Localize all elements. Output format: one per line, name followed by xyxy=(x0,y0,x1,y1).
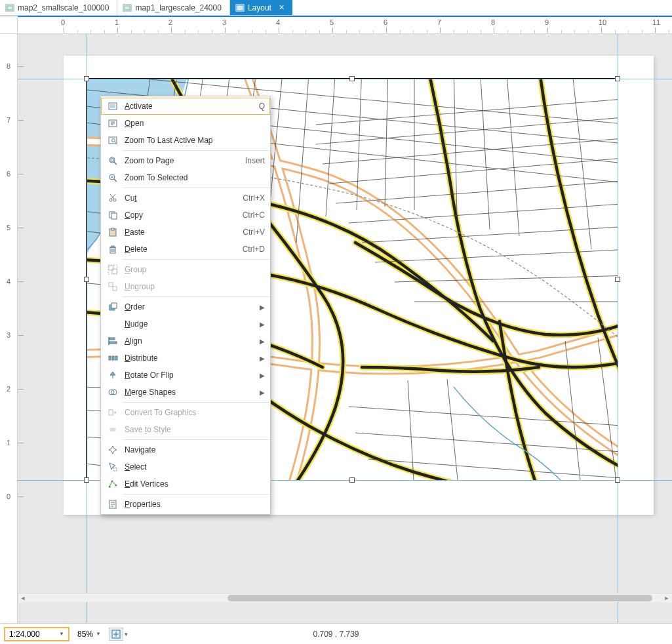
svg-rect-33 xyxy=(109,266,113,270)
cursor-coordinates: 0.709 , 7.739 xyxy=(313,630,359,639)
ungroup-icon xyxy=(106,281,119,292)
zoom-page-icon xyxy=(106,155,119,167)
order-icon xyxy=(106,301,119,313)
layout-icon xyxy=(235,3,245,12)
menu-item-open[interactable]: Open xyxy=(101,115,270,132)
menu-item-label: Align xyxy=(125,336,260,346)
menu-item-order[interactable]: Order▶ xyxy=(101,298,270,315)
menu-item-activate[interactable]: ActivateQ xyxy=(101,98,270,115)
ruler-tick: 10 xyxy=(599,18,606,26)
tab-label: map1_largescale_24000 xyxy=(135,3,221,12)
menu-item-label: Zoom To Last Active Map xyxy=(125,136,265,145)
menu-shortcut: Ctrl+D xyxy=(243,245,265,254)
map-scale-value: 1:24,000 xyxy=(9,630,40,639)
menu-shortcut: Insert xyxy=(245,156,265,165)
menu-item-navigate[interactable]: Navigate xyxy=(101,441,270,458)
ruler-tick: 3 xyxy=(222,18,226,26)
svg-rect-24 xyxy=(111,213,117,219)
open-icon xyxy=(106,117,119,129)
menu-item-label: Paste xyxy=(125,228,243,237)
selection-handle[interactable] xyxy=(615,76,620,81)
document-tabs: map2_smallscale_100000map1_largescale_24… xyxy=(0,0,672,16)
layout-guide-horizontal[interactable] xyxy=(18,79,672,79)
selection-handle[interactable] xyxy=(84,277,89,282)
tab-map1-largescale-24000[interactable]: map1_largescale_24000 xyxy=(117,0,229,15)
menu-item-zoom-to-page[interactable]: Zoom to PageInsert xyxy=(101,152,270,169)
tab-layout[interactable]: Layout✕ xyxy=(230,0,292,15)
menu-item-label: Zoom to Page xyxy=(125,156,245,165)
menu-shortcut: Ctrl+V xyxy=(243,228,265,237)
horizontal-scrollbar[interactable]: ◄ ► xyxy=(18,593,672,602)
menu-item-zoom-to-last-active-map[interactable]: Zoom To Last Active Map xyxy=(101,132,270,149)
scroll-thumb[interactable] xyxy=(227,595,652,601)
menu-item-label: Activate xyxy=(125,102,259,111)
menu-item-label: Convert To Graphics xyxy=(125,408,265,417)
menu-separator xyxy=(123,402,270,403)
selection-handle[interactable] xyxy=(84,76,89,81)
menu-item-delete[interactable]: DeleteCtrl+D xyxy=(101,241,270,258)
svg-rect-15 xyxy=(111,159,113,161)
chevron-right-icon: ▶ xyxy=(260,389,265,396)
selection-handle[interactable] xyxy=(349,477,355,483)
paste-icon xyxy=(106,226,119,238)
scroll-left-button[interactable]: ◄ xyxy=(18,594,28,603)
menu-item-convert-to-graphics: Convert To Graphics xyxy=(101,404,270,421)
ruler-tick: 3 xyxy=(7,331,10,339)
snap-mode-button[interactable] xyxy=(109,628,123,641)
tab-map2-smallscale-100000[interactable]: map2_smallscale_100000 xyxy=(0,0,117,15)
selection-handle[interactable] xyxy=(615,477,620,483)
menu-separator xyxy=(123,259,270,260)
ruler-tick: 7 xyxy=(437,18,441,26)
menu-item-distribute[interactable]: Distribute▶ xyxy=(101,350,270,367)
menu-item-copy[interactable]: CopyCtrl+C xyxy=(101,207,270,224)
layout-guide-vertical[interactable] xyxy=(87,34,87,623)
menu-item-label: Save to Style xyxy=(125,425,265,434)
scroll-right-button[interactable]: ► xyxy=(662,594,672,603)
menu-item-merge-shapes[interactable]: Merge Shapes▶ xyxy=(101,384,270,401)
menu-item-label: Delete xyxy=(125,245,243,254)
menu-item-label: Open xyxy=(125,119,265,128)
svg-rect-54 xyxy=(111,481,113,483)
menu-item-align[interactable]: Align▶ xyxy=(101,332,270,350)
menu-item-label: Ungroup xyxy=(125,282,265,291)
menu-item-zoom-to-selected[interactable]: Zoom To Selected xyxy=(101,169,270,186)
chevron-right-icon: ▶ xyxy=(260,355,265,362)
ruler-tick: 8 xyxy=(7,62,10,70)
menu-separator xyxy=(123,439,270,440)
map-scale-selector[interactable]: 1:24,000 ▼ xyxy=(4,627,69,641)
horizontal-ruler[interactable]: 01234567891011 xyxy=(18,17,672,34)
layout-canvas[interactable]: ActivateQOpenZoom To Last Active MapZoom… xyxy=(18,34,672,623)
menu-item-select[interactable]: Select xyxy=(101,458,270,475)
chevron-right-icon: ▶ xyxy=(260,304,265,311)
menu-item-cut[interactable]: CutCtrl+X xyxy=(101,190,270,207)
menu-item-properties[interactable]: Properties xyxy=(101,496,270,513)
ruler-tick: 4 xyxy=(276,18,280,26)
chevron-right-icon: ▶ xyxy=(260,372,265,379)
svg-rect-55 xyxy=(115,485,117,487)
svg-rect-53 xyxy=(109,486,111,488)
ruler-tick: 1 xyxy=(115,18,119,26)
close-icon[interactable]: ✕ xyxy=(279,3,285,12)
svg-rect-5 xyxy=(237,6,243,10)
menu-shortcut: Q xyxy=(259,102,265,111)
chevron-down-icon[interactable]: ▾ xyxy=(125,631,128,637)
menu-item-nudge[interactable]: Nudge▶ xyxy=(101,315,270,332)
svg-rect-41 xyxy=(109,338,115,340)
selection-handle[interactable] xyxy=(349,76,355,81)
svg-rect-36 xyxy=(109,283,113,287)
zoom-selector[interactable]: 85% ▼ xyxy=(77,630,101,639)
menu-item-rotate-or-flip[interactable]: Rotate Or Flip▶ xyxy=(101,367,270,384)
ruler-tick: 2 xyxy=(7,385,10,393)
svg-rect-52 xyxy=(113,468,117,471)
menu-item-edit-vertices[interactable]: Edit Vertices xyxy=(101,475,270,493)
selection-handle[interactable] xyxy=(84,477,89,483)
navigate-icon xyxy=(106,444,119,456)
menu-item-label: Properties xyxy=(125,500,265,509)
menu-item-paste[interactable]: PasteCtrl+V xyxy=(101,224,270,241)
selection-handle[interactable] xyxy=(615,277,620,282)
menu-separator xyxy=(123,188,270,188)
svg-rect-42 xyxy=(109,342,117,344)
layout-guide-vertical[interactable] xyxy=(618,34,618,623)
ruler-tick: 0 xyxy=(7,493,10,500)
vertical-ruler[interactable]: 876543210 xyxy=(0,34,18,623)
